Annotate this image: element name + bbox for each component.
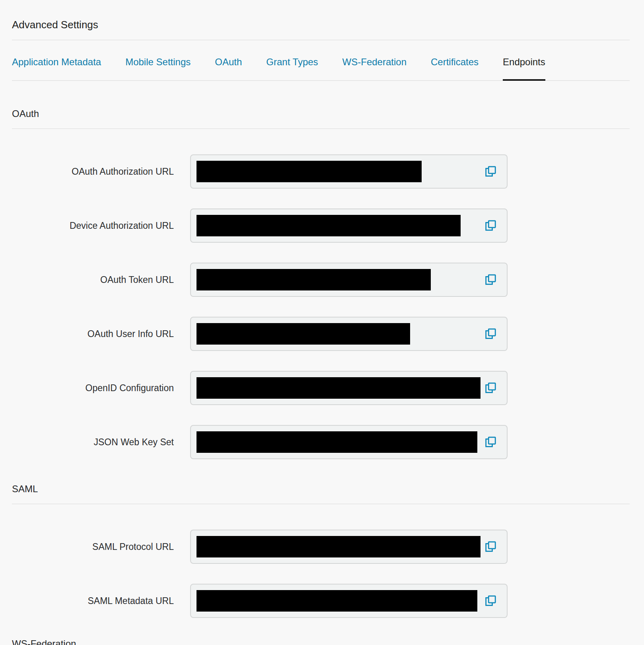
copy-icon: [484, 540, 497, 553]
redacted-value: [197, 161, 422, 182]
redacted-value: [197, 590, 477, 612]
copy-icon: [484, 165, 497, 178]
copy-button[interactable]: [484, 594, 497, 608]
tab-grant-types[interactable]: Grant Types: [266, 56, 318, 81]
section-saml: SAML SAML Protocol URL SAML Metadata URL: [12, 483, 630, 618]
field-value-box[interactable]: [190, 530, 508, 564]
field-row: SAML Protocol URL: [12, 530, 630, 564]
field-label: Device Authorization URL: [12, 220, 190, 232]
tab-bar: Application MetadataMobile SettingsOAuth…: [12, 40, 630, 81]
tab-ws-federation[interactable]: WS-Federation: [342, 56, 407, 81]
section-oauth: OAuth OAuth Authorization URL Device Aut…: [12, 108, 630, 459]
field-value-box[interactable]: [190, 263, 508, 297]
copy-button[interactable]: [484, 219, 497, 232]
section-ws-federation: WS-Federation: [12, 638, 630, 645]
copy-button[interactable]: [484, 165, 497, 178]
section-heading: OAuth: [12, 108, 630, 120]
field-value-box[interactable]: [190, 154, 508, 189]
sections-container: OAuth OAuth Authorization URL Device Aut…: [12, 108, 630, 645]
redacted-value: [197, 323, 410, 345]
copy-icon: [484, 273, 497, 286]
copy-button[interactable]: [484, 435, 497, 449]
copy-icon: [484, 594, 497, 608]
section-heading: WS-Federation: [12, 638, 630, 645]
field-label: OAuth Authorization URL: [12, 166, 190, 177]
copy-button[interactable]: [484, 540, 497, 553]
section-divider: [12, 129, 630, 129]
page-title: Advanced Settings: [12, 18, 630, 31]
redacted-value: [197, 431, 477, 453]
field-row: SAML Metadata URL: [12, 584, 630, 618]
field-row: OAuth User Info URL: [12, 317, 630, 351]
copy-icon: [484, 219, 497, 232]
field-row: JSON Web Key Set: [12, 425, 630, 459]
field-value-box[interactable]: [190, 317, 508, 351]
field-value-box[interactable]: [190, 209, 508, 243]
redacted-value: [197, 536, 481, 557]
copy-icon: [484, 435, 497, 449]
section-divider: [12, 504, 630, 504]
redacted-value: [197, 377, 481, 399]
field-value-box[interactable]: [190, 584, 508, 618]
tab-application-metadata[interactable]: Application Metadata: [12, 56, 101, 81]
field-label: OpenID Configuration: [12, 382, 190, 394]
field-row: OAuth Authorization URL: [12, 154, 630, 189]
field-label: OAuth Token URL: [12, 274, 190, 286]
copy-button[interactable]: [484, 327, 497, 341]
copy-button[interactable]: [484, 273, 497, 286]
field-label: SAML Protocol URL: [12, 541, 190, 553]
copy-button[interactable]: [484, 381, 497, 395]
field-row: OpenID Configuration: [12, 371, 630, 405]
section-heading: SAML: [12, 483, 630, 495]
tab-endpoints[interactable]: Endpoints: [503, 56, 545, 81]
copy-icon: [484, 381, 497, 395]
field-row: OAuth Token URL: [12, 263, 630, 297]
field-label: OAuth User Info URL: [12, 328, 190, 340]
tab-certificates[interactable]: Certificates: [431, 56, 479, 81]
field-label: JSON Web Key Set: [12, 436, 190, 448]
field-row: Device Authorization URL: [12, 209, 630, 243]
field-value-box[interactable]: [190, 371, 508, 405]
redacted-value: [197, 215, 461, 236]
copy-icon: [484, 327, 497, 341]
tab-oauth[interactable]: OAuth: [215, 56, 242, 81]
tab-mobile-settings[interactable]: Mobile Settings: [125, 56, 191, 81]
section-fields: OAuth Authorization URL Device Authoriza…: [12, 154, 630, 459]
field-label: SAML Metadata URL: [12, 595, 190, 607]
redacted-value: [197, 269, 431, 290]
advanced-settings-page: Advanced Settings Application MetadataMo…: [0, 0, 644, 645]
field-value-box[interactable]: [190, 425, 508, 459]
section-fields: SAML Protocol URL SAML Metadata URL: [12, 530, 630, 618]
